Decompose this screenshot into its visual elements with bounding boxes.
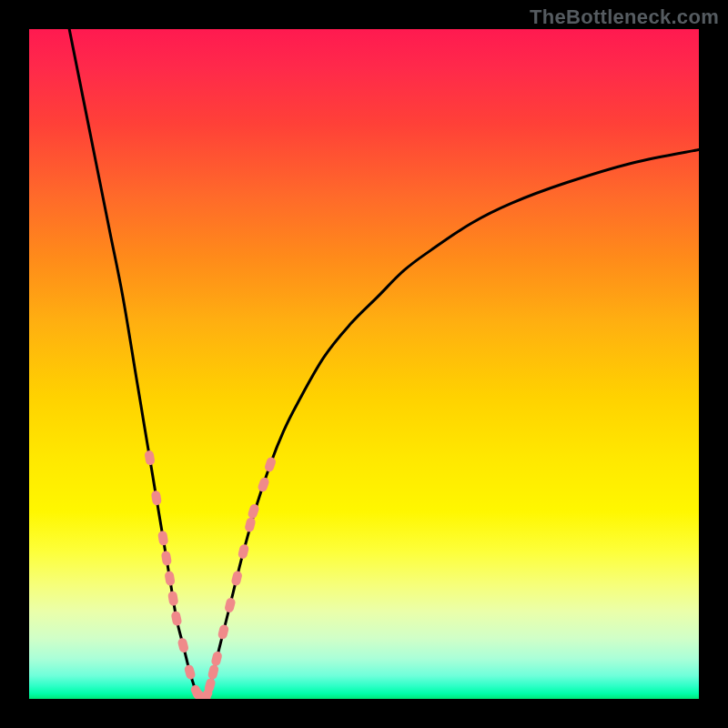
- svg-rect-7: [177, 637, 189, 653]
- marker-point: [224, 597, 237, 613]
- bottleneck-curve: [69, 29, 699, 699]
- svg-rect-22: [257, 476, 270, 492]
- marker-point: [184, 663, 197, 680]
- marker-point: [257, 476, 270, 492]
- svg-rect-4: [164, 571, 175, 586]
- svg-rect-3: [161, 551, 172, 566]
- svg-rect-23: [264, 456, 278, 472]
- marker-point: [244, 517, 257, 533]
- svg-rect-19: [238, 543, 250, 560]
- marker-point: [170, 611, 182, 627]
- curve-right-branch: [203, 149, 699, 699]
- svg-rect-17: [224, 597, 237, 613]
- curve-left-branch: [69, 29, 203, 699]
- marker-point: [247, 503, 260, 520]
- svg-rect-16: [217, 623, 230, 640]
- svg-rect-18: [230, 571, 243, 587]
- marker-point: [144, 450, 155, 465]
- marker-point: [151, 490, 162, 505]
- marker-point: [217, 623, 230, 640]
- marker-point: [164, 571, 175, 586]
- marker-point: [177, 637, 189, 653]
- svg-rect-14: [207, 664, 220, 681]
- watermark-text: TheBottleneck.com: [530, 5, 719, 29]
- svg-rect-0: [144, 450, 155, 465]
- svg-rect-6: [170, 611, 182, 627]
- marker-point: [210, 651, 223, 667]
- svg-rect-2: [157, 531, 168, 546]
- marker-point: [157, 531, 168, 546]
- svg-rect-20: [244, 517, 257, 533]
- outer-frame: TheBottleneck.com: [0, 0, 728, 728]
- svg-rect-15: [210, 651, 223, 667]
- curve-layer: [29, 29, 699, 699]
- plot-area: [29, 29, 699, 699]
- svg-rect-8: [184, 663, 197, 680]
- marker-point: [230, 571, 243, 587]
- marker-point: [264, 456, 278, 472]
- svg-rect-21: [247, 503, 260, 520]
- marker-point: [167, 591, 178, 606]
- marker-point: [238, 543, 250, 560]
- marker-point: [207, 664, 220, 681]
- svg-rect-5: [167, 591, 178, 606]
- curve-markers: [144, 450, 277, 699]
- svg-rect-1: [151, 490, 162, 505]
- marker-point: [161, 551, 172, 566]
